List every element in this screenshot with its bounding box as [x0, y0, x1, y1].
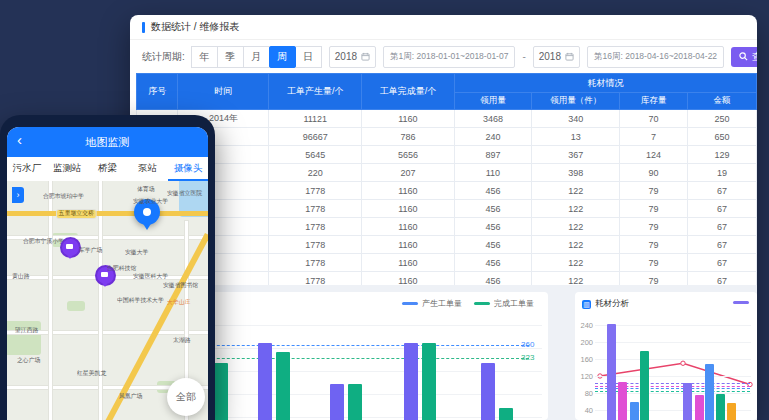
table-cell: 79 — [620, 254, 687, 272]
table-cell: 1160 — [362, 218, 455, 236]
grid-line — [595, 325, 751, 326]
table-cell: 456 — [454, 236, 531, 254]
y-tick-label: 80 — [585, 389, 593, 398]
group-header: 耗材情况 — [454, 74, 756, 93]
table-cell: 240 — [454, 128, 531, 146]
week-range-from[interactable]: 第1周: 2018-01-01~2018-01-07 — [383, 46, 515, 68]
table-row: 8177811604561227967 — [137, 236, 757, 254]
table-cell: 90 — [620, 164, 687, 182]
table-cell: 250 — [687, 110, 756, 128]
consumable-bar — [618, 382, 627, 420]
expand-panel-button[interactable]: › — [12, 187, 24, 203]
legend-swatch — [474, 302, 490, 305]
table-cell: 1778 — [269, 236, 362, 254]
all-filter-button[interactable]: 全部 — [167, 378, 205, 416]
workorder-bar — [481, 363, 495, 420]
dashboard-panel: 数据统计 / 维修报表 统计周期: 年季月周日 2018 第1周: 2018-0… — [130, 15, 757, 420]
table-cell: 67 — [687, 236, 756, 254]
year-to-select[interactable]: 2018 — [533, 46, 580, 68]
table-cell: 19 — [687, 164, 756, 182]
workorder-bar — [404, 343, 418, 420]
table-cell: 220 — [269, 164, 362, 182]
y-tick-label: 200 — [580, 338, 593, 347]
table-row: 42202071103989019 — [137, 164, 757, 182]
table-cell: 122 — [532, 200, 620, 218]
range-separator: - — [522, 51, 525, 62]
consumable-bar — [727, 403, 736, 420]
period-option-1[interactable]: 季 — [217, 46, 244, 68]
map-label-18: 太湖路 — [173, 337, 191, 345]
table-cell: 1778 — [269, 218, 362, 236]
legend-label: 产生工单量 — [422, 298, 462, 309]
sub-header-1: 领用量（件） — [532, 93, 620, 110]
avg-reference-label: 360 — [521, 340, 534, 349]
table-cell: 122 — [532, 236, 620, 254]
y-tick-label: 160 — [580, 355, 593, 364]
sub-header-0: 领用量 — [454, 93, 531, 110]
tab-1[interactable]: 监测站 — [47, 157, 87, 181]
table-cell: 96667 — [269, 128, 362, 146]
map-label-6: 军学广场 — [79, 247, 102, 255]
table-cell: 3468 — [454, 110, 531, 128]
sub-header-2: 库存量 — [620, 93, 687, 110]
period-label: 统计周期: — [142, 50, 185, 64]
period-option-2[interactable]: 月 — [243, 46, 270, 68]
phone-header: ‹ 地图监测 — [7, 127, 208, 157]
query-button[interactable]: 查询 — [731, 47, 757, 67]
table-cell: 1778 — [269, 182, 362, 200]
period-option-0[interactable]: 年 — [191, 46, 218, 68]
table-row: 12014年111211160346834070250 — [137, 110, 757, 128]
legend-label: 完成工单量 — [494, 298, 534, 309]
breadcrumb: 数据统计 / 维修报表 — [130, 15, 757, 40]
workorder-chart-legend: 产生工单量完成工单量 — [402, 298, 534, 309]
legend-item-0[interactable]: 产生工单量 — [402, 298, 462, 309]
table-cell: 110 — [454, 164, 531, 182]
table-row: 7177811604561227967 — [137, 218, 757, 236]
map-label-16: 红星美凯龙 — [77, 370, 106, 378]
legend-stub[interactable] — [733, 301, 749, 304]
tab-2[interactable]: 桥梁 — [87, 157, 127, 181]
week-range-to[interactable]: 第16周: 2018-04-16~2018-04-22 — [587, 46, 724, 68]
table-cell: 1160 — [362, 200, 455, 218]
consumable-bar — [640, 351, 649, 420]
table-cell: 122 — [532, 254, 620, 272]
col-header-1: 时间 — [178, 74, 269, 110]
map-road — [99, 181, 102, 420]
tab-0[interactable]: 污水厂 — [7, 157, 47, 181]
park-area — [67, 301, 85, 311]
table-cell: 5645 — [269, 146, 362, 164]
line-point — [681, 361, 685, 365]
map-label-17: 凤凰广场 — [119, 393, 142, 401]
table-cell: 1160 — [362, 110, 455, 128]
map-label-3: 安徽省立医院 — [167, 190, 202, 198]
workorder-bar — [258, 343, 272, 420]
tab-3[interactable]: 泵站 — [128, 157, 168, 181]
calendar-icon — [361, 52, 370, 61]
table-cell: 1778 — [269, 200, 362, 218]
col-header-3: 工单完成量/个 — [362, 74, 455, 110]
workorder-bar — [330, 384, 344, 420]
legend-item-1[interactable]: 完成工单量 — [474, 298, 534, 309]
table-cell: 11121 — [269, 110, 362, 128]
table-cell: 340 — [532, 110, 620, 128]
period-option-4[interactable]: 日 — [295, 46, 322, 68]
table-row: 296667786240137650 — [137, 128, 757, 146]
table-row: 6177811604561227967 — [137, 200, 757, 218]
period-option-3[interactable]: 周 — [269, 46, 296, 68]
table-cell: 786 — [362, 128, 455, 146]
period-segmented-control: 年季月周日 — [192, 46, 322, 68]
map-label-4: 五里墩立交桥 — [57, 210, 96, 218]
year-from-select[interactable]: 2018 — [329, 46, 376, 68]
sub-header-3: 金额 — [687, 93, 756, 110]
table-cell: 1778 — [269, 254, 362, 272]
map-label-15: 之心广场 — [17, 357, 40, 365]
map-view[interactable]: › 全部 合肥市琥珀中学体育场安徽农业大学安徽省立医院五里墩立交桥合肥市宁溪小学… — [7, 181, 208, 420]
phone-mockup: ‹ 地图监测 污水厂监测站桥梁泵站摄像头 › 全部 合肥市琥珀 — [0, 115, 215, 420]
table-cell: 1160 — [362, 182, 455, 200]
consumable-bar — [695, 395, 704, 420]
tab-4[interactable]: 摄像头 — [168, 157, 208, 181]
workorder-bar — [214, 363, 228, 420]
chart-icon: ▥ — [582, 300, 591, 309]
table-cell: 650 — [687, 128, 756, 146]
consumables-chart-card: ▥ 耗材分析 2402001601208040 — [575, 292, 757, 420]
